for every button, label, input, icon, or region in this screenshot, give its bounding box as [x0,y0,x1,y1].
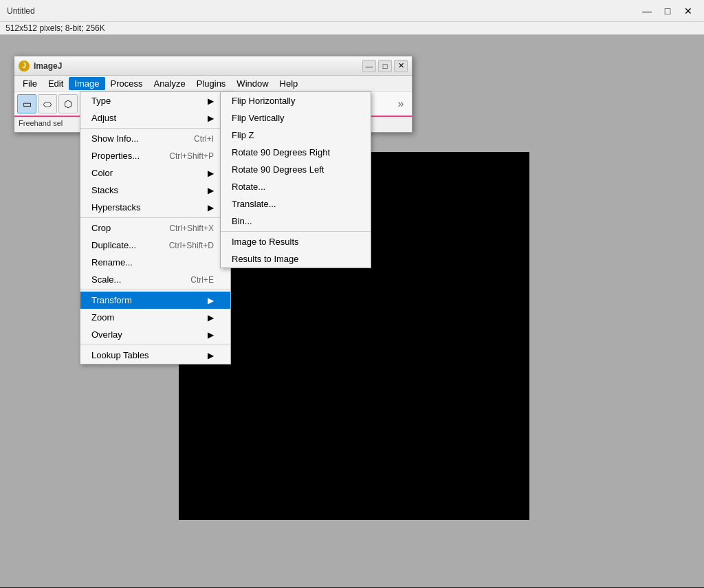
transform-flip-horizontally[interactable]: Flip Horizontally [221,92,371,109]
menu-separator-2 [80,217,230,218]
transform-flip-z[interactable]: Flip Z [221,127,371,144]
os-title: Untitled [7,6,638,16]
imagej-maximize-button[interactable]: □ [378,60,392,72]
menu-image-lookuptables[interactable]: Lookup Tables ▶ [80,347,230,364]
menu-bar: File Edit Image Process Analyze Plugins … [14,76,412,92]
menu-image-scale[interactable]: Scale... Ctrl+E [80,271,230,288]
imagej-title: ImageJ [34,61,362,71]
menu-image-duplicate[interactable]: Duplicate... Ctrl+Shift+D [80,237,230,254]
menu-image-transform[interactable]: Transform ▶ [80,292,230,309]
menu-image-color[interactable]: Color ▶ [80,164,230,182]
menu-image-crop[interactable]: Crop Ctrl+Shift+X [80,219,230,237]
image-info-text: 512x512 pixels; 8-bit; 256K [6,23,105,33]
transform-translate[interactable]: Translate... [221,195,371,213]
menu-file[interactable]: File [17,77,43,90]
menu-image-properties[interactable]: Properties... Ctrl+Shift+P [80,147,230,164]
menu-window[interactable]: Window [231,77,274,90]
menu-process[interactable]: Process [105,77,148,90]
menu-image-stacks[interactable]: Stacks ▶ [80,182,230,199]
main-area: J ImageJ — □ ✕ File Edit Image Process A… [0,35,704,587]
transform-separator [221,231,371,232]
menu-separator-3 [80,290,230,290]
imagej-titlebar: J ImageJ — □ ✕ [14,56,412,76]
menu-separator-4 [80,345,230,345]
imagej-close-button[interactable]: ✕ [394,60,408,72]
transform-bin[interactable]: Bin... [221,213,371,230]
menu-image[interactable]: Image [69,77,104,90]
transform-rotate-right[interactable]: Rotate 90 Degrees Right [221,144,371,161]
transform-image-to-results[interactable]: Image to Results [221,233,371,250]
menu-separator-1 [80,128,230,129]
toolbar-more-tools[interactable]: » [393,96,409,112]
menu-image-overlay[interactable]: Overlay ▶ [80,326,230,343]
os-close-button[interactable]: ✕ [679,2,697,20]
imagej-minimize-button[interactable]: — [362,60,376,72]
menu-image-hyperstacks[interactable]: Hyperstacks ▶ [80,199,230,216]
menu-image-type[interactable]: Type ▶ [80,92,230,109]
tool-rectangle[interactable]: ▭ [17,94,36,113]
transform-rotate-left[interactable]: Rotate 90 Degrees Left [221,161,371,178]
menu-edit[interactable]: Edit [43,77,69,90]
menu-image-zoom[interactable]: Zoom ▶ [80,309,230,326]
os-maximize-button[interactable]: □ [659,2,676,20]
tool-oval[interactable]: ⬭ [38,94,57,113]
menu-image-showinfo[interactable]: Show Info... Ctrl+I [80,130,230,147]
imagej-window-controls: — □ ✕ [362,60,408,72]
os-titlebar: Untitled — □ ✕ [0,0,704,22]
os-controls: — □ ✕ [638,2,697,20]
menu-help[interactable]: Help [274,77,304,90]
imagej-icon: J [19,61,30,72]
menu-image-rename[interactable]: Rename... [80,254,230,271]
tool-polygon[interactable]: ⬡ [58,94,78,113]
status-text: Freehand sel [19,119,63,127]
transform-rotate[interactable]: Rotate... [221,178,371,195]
image-info-bar: 512x512 pixels; 8-bit; 256K [0,22,704,35]
menu-image-adjust[interactable]: Adjust ▶ [80,109,230,127]
transform-flip-vertically[interactable]: Flip Vertically [221,109,371,127]
menu-analyze[interactable]: Analyze [148,77,190,90]
transform-submenu: Flip Horizontally Flip Vertically Flip Z… [220,91,371,268]
transform-results-to-image[interactable]: Results to Image [221,250,371,268]
menu-plugins[interactable]: Plugins [191,77,232,90]
image-dropdown-menu: Type ▶ Adjust ▶ Show Info... Ctrl+I Prop… [80,91,231,364]
os-minimize-button[interactable]: — [638,2,656,20]
